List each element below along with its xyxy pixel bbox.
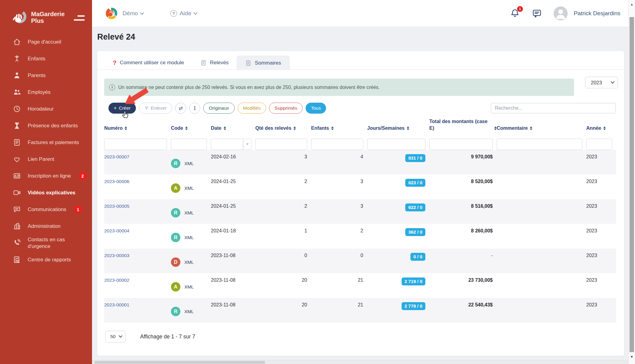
xml-link[interactable]: XML: [184, 161, 194, 166]
date-cell: 2023-11-08: [211, 249, 255, 273]
sidebar-item-enfants[interactable]: Enfants: [0, 50, 92, 67]
column-header-qte-des-releves[interactable]: Qté des relevés: [255, 125, 311, 132]
releve-number-link[interactable]: 2023-00001: [104, 302, 129, 307]
tab-releves[interactable]: Relevés: [192, 56, 237, 70]
count-badge: 0 / 0: [410, 253, 425, 261]
filter-tous-button[interactable]: Tous: [306, 103, 326, 114]
xml-link[interactable]: XML: [184, 186, 194, 191]
tab-sommaires[interactable]: Sommaires: [237, 56, 289, 70]
building-icon: [13, 222, 21, 230]
filter-input-qte-des-releves[interactable]: [255, 139, 307, 150]
date-cell: 2024-01-18: [211, 224, 255, 249]
help-menu[interactable]: ? Aide: [170, 10, 197, 17]
filter-input-date[interactable]: [211, 139, 243, 150]
total-cell: 8 260,00$: [429, 224, 497, 249]
filter-originaux-button[interactable]: Originaux: [203, 103, 234, 114]
releve-number-link[interactable]: 2023-00007: [104, 154, 129, 159]
sidebar-item-communications[interactable]: Communications1: [0, 201, 92, 218]
column-header-numero[interactable]: Numéro: [104, 125, 171, 132]
xml-link[interactable]: XML: [184, 210, 194, 215]
sidebar-item-presence-des-enfants[interactable]: Présence des enfants: [0, 117, 92, 134]
code-badge: A: [171, 183, 180, 193]
releve-number-link[interactable]: 2023-00004: [104, 228, 129, 233]
column-header-total-des-montants-case-e[interactable]: Total des montants (case E): [429, 118, 497, 132]
messages-button[interactable]: [532, 8, 542, 19]
xml-link[interactable]: XML: [184, 235, 194, 240]
annee-cell: 2023: [586, 224, 616, 249]
column-header-commentaire[interactable]: Commentaire: [497, 125, 586, 132]
sidebar-toggle-icon[interactable]: [74, 14, 85, 21]
scroll-down-icon[interactable]: ▼: [629, 355, 635, 359]
filter-modifies-button[interactable]: Modifiés: [238, 103, 266, 114]
date-filter-dropdown[interactable]: [243, 139, 251, 150]
filter-input-jours-semaines[interactable]: [367, 139, 425, 150]
vertical-scrollbar-thumb[interactable]: [630, 17, 634, 352]
app-logo-text[interactable]: MaGarderie Plus: [31, 11, 65, 24]
sort-icon: [185, 126, 188, 130]
table-body: 2023-00007RXML2024-02-1634831 / 09 970,0…: [104, 150, 616, 323]
sort-icon: [530, 126, 532, 130]
sidebar-item-inscription-en-ligne[interactable]: Inscription en ligne2: [0, 168, 92, 184]
page-size-select[interactable]: 50: [105, 331, 126, 342]
sidebar-item-centre-de-rapports[interactable]: Centre de rapports: [0, 251, 92, 268]
sidebar-item-parents[interactable]: Parents: [0, 67, 92, 84]
filter-input-enfants[interactable]: [311, 139, 363, 150]
commentaire-cell: [497, 298, 586, 323]
filter-input-total-des-montants-case-e[interactable]: [429, 139, 493, 150]
releve-number-link[interactable]: 2023-00006: [104, 179, 129, 184]
horizontal-scrollbar[interactable]: [92, 360, 628, 364]
column-header-jours-semaines[interactable]: Jours/Semaines: [367, 125, 429, 132]
vertical-scrollbar[interactable]: ▲ ▼: [628, 0, 635, 364]
filter-supprimes-button[interactable]: Supprimés: [269, 103, 303, 114]
filter-funnel-icon: [144, 106, 149, 110]
sidebar-item-contacts-en-cas-d-urgence[interactable]: Contacts en cas d'urgence: [0, 235, 92, 251]
more-options-button[interactable]: ⋮: [189, 103, 200, 114]
sidebar-item-administration[interactable]: Administration: [0, 218, 92, 235]
releve-number-link[interactable]: 2023-00002: [104, 277, 129, 283]
sort-icon: [331, 126, 334, 130]
sidebar-item-employes[interactable]: Employés: [0, 84, 92, 101]
notification-badge: 1: [517, 6, 523, 12]
sidebar-item-horodateur[interactable]: Horodateur: [0, 101, 92, 117]
create-button[interactable]: + Créer: [108, 103, 136, 114]
filter-input-code[interactable]: [171, 139, 207, 150]
date-cell: 2023-11-08: [211, 273, 255, 298]
xml-link[interactable]: XML: [184, 260, 194, 265]
avatar[interactable]: [554, 6, 568, 20]
date-cell: 2024-01-25: [211, 175, 255, 199]
sidebar-item-factures-et-paiements[interactable]: Factures et paiements: [0, 134, 92, 151]
xml-link[interactable]: XML: [184, 284, 194, 289]
search-input[interactable]: [491, 103, 616, 113]
releve-number-link[interactable]: 2023-00003: [104, 253, 129, 258]
releve-number-link[interactable]: 2023-00005: [104, 203, 129, 209]
chevron-down-icon: [246, 143, 249, 145]
filter-input-numero[interactable]: [104, 139, 167, 150]
notifications-button[interactable]: 1: [510, 8, 520, 19]
filter-input-annee[interactable]: [586, 139, 612, 150]
sidebar-item-page-d-accueil[interactable]: Page d'accueil: [0, 34, 92, 50]
org-switcher[interactable]: Démo: [122, 10, 144, 17]
column-header-annee[interactable]: Année: [586, 125, 616, 132]
sidebar-item-videos-explicatives[interactable]: Vidéos explicatives: [0, 184, 92, 201]
column-header-date[interactable]: Date: [211, 125, 255, 132]
user-name[interactable]: Patrick Desjardins: [574, 10, 620, 17]
table-row: 2023-00005RXML2024-01-2523622 / 08 516,0…: [104, 199, 616, 224]
scroll-up-icon[interactable]: ▲: [629, 2, 635, 6]
annee-cell: 2023: [586, 273, 616, 298]
enfants-cell: 3: [311, 199, 367, 224]
xml-link[interactable]: XML: [184, 309, 194, 314]
remove-button[interactable]: Enlever: [139, 103, 172, 114]
tab-comment-utiliser-ce-module[interactable]: ?Comment utiliser ce module: [105, 56, 192, 70]
horizontal-scrollbar-thumb[interactable]: [94, 361, 265, 364]
column-header-enfants[interactable]: Enfants: [311, 125, 367, 132]
refresh-button[interactable]: ⇄: [175, 103, 186, 114]
sidebar-item-lien-parent[interactable]: Lien Parent: [0, 151, 92, 168]
filter-input-commentaire[interactable]: [497, 139, 582, 150]
code-badge: A: [171, 282, 180, 292]
report-icon: [13, 256, 21, 264]
column-header-code[interactable]: Code: [171, 125, 211, 132]
sort-icon: [603, 126, 606, 130]
pagination: 50 Affichage de 1 - 7 sur 7: [105, 331, 195, 342]
table-row: 2023-00004RXML2024-01-1812362 / 08 260,0…: [104, 224, 616, 249]
year-select[interactable]: 2023: [585, 77, 618, 88]
